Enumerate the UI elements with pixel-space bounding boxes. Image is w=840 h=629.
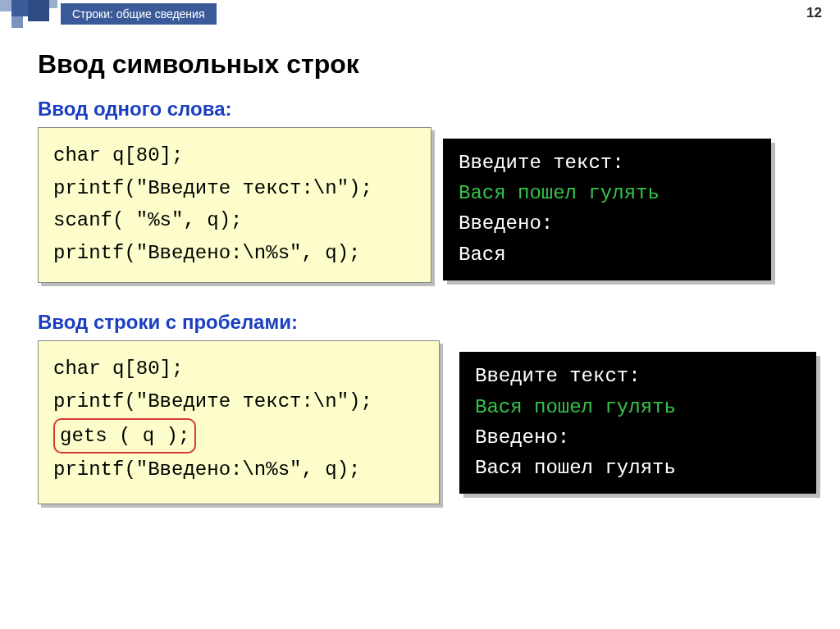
code-line: scanf( "%s", q); [53, 204, 416, 237]
term-line: Вася пошел гулять [475, 453, 801, 483]
top-bar: Строки: общие сведения 12 [0, 0, 840, 28]
term-line: Вася [459, 239, 756, 270]
page-number: 12 [806, 5, 822, 21]
page-title: Ввод символьных строк [38, 49, 815, 80]
term-line: Введите текст: [475, 361, 801, 391]
code-line: gets ( q ); [53, 418, 424, 454]
term-line: Введено: [475, 422, 801, 453]
slide-content: Ввод символьных строк Ввод одного слова:… [0, 28, 840, 504]
code-line: char q[80]; [53, 353, 424, 385]
terminal-output-2: Введите текст: Вася пошел гулять Введено… [459, 352, 816, 494]
code-line: printf("Введите текст:\n"); [53, 385, 424, 418]
code-line: printf("Введено:\n%s", q); [53, 454, 424, 486]
term-input-line: Вася пошел гулять [459, 178, 756, 208]
terminal-output-1: Введите текст: Вася пошел гулять Введено… [443, 139, 771, 280]
term-line: Введено: [459, 208, 756, 239]
code-line: printf("Введите текст:\n"); [53, 172, 416, 205]
section1-heading: Ввод одного слова: [38, 98, 815, 121]
section1-pair: char q[80]; printf("Введите текст:\n"); … [33, 127, 815, 283]
code-box-1: char q[80]; printf("Введите текст:\n"); … [38, 127, 431, 283]
breadcrumb: Строки: общие сведения [61, 3, 217, 25]
code-line: char q[80]; [53, 139, 416, 172]
term-input-line: Вася пошел гулять [475, 392, 801, 422]
code-line: printf("Введено:\n%s", q); [53, 237, 416, 270]
section2-pair: char q[80]; printf("Введите текст:\n"); … [33, 340, 815, 504]
section2-heading: Ввод строки с пробелами: [38, 311, 815, 334]
term-line: Введите текст: [459, 148, 756, 178]
gets-highlight: gets ( q ); [53, 418, 196, 454]
code-box-2: char q[80]; printf("Введите текст:\n"); … [38, 340, 440, 504]
decorative-squares [0, 0, 57, 28]
